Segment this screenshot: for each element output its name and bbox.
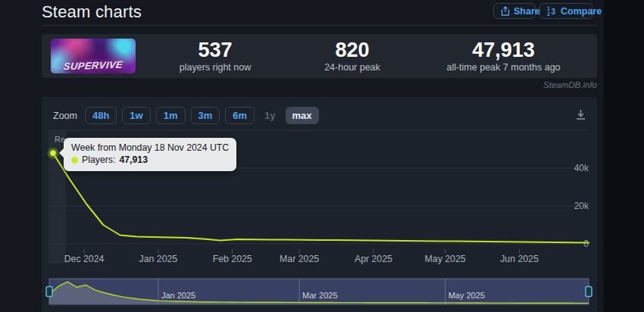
chart-panel: 40k20k0Dec 2024Jan 2025Feb 2025Mar 2025A…: [42, 97, 597, 312]
share-button-label: Share: [514, 6, 540, 17]
download-icon[interactable]: [574, 108, 588, 122]
y-axis-labels: 40k20k0: [574, 163, 589, 249]
x-axis-label: Dec 2024: [64, 254, 105, 264]
stat-label: players right now: [180, 62, 252, 73]
compare-button-label: Compare: [561, 6, 602, 17]
stat-value: 537: [198, 39, 232, 61]
stat-label: all-time peak 7 months ago: [446, 62, 560, 73]
page-title: Steam charts: [42, 2, 142, 22]
stats-panel: SUPERVIVE 537 players right now 820 24-h…: [42, 34, 597, 78]
zoom-label: Zoom: [53, 111, 77, 121]
header-divider: [42, 25, 597, 26]
game-capsule[interactable]: SUPERVIVE: [51, 39, 136, 73]
share-icon: [501, 6, 510, 16]
navigator-handle-left[interactable]: [46, 287, 52, 297]
steamdb-watermark: SteamDB.info: [543, 80, 597, 89]
x-axis-label: Mar 2025: [280, 254, 319, 264]
steamdb-charts-screen: Steam charts Share 123 Compare SUPERVIVE…: [0, 0, 644, 312]
page-background: Steam charts Share 123 Compare SUPERVIVE…: [0, 0, 604, 312]
x-axis-label: Feb 2025: [213, 254, 252, 264]
tooltip-title: Week from Monday 18 Nov 2024 UTC: [71, 142, 229, 154]
chart-tooltip: Week from Monday 18 Nov 2024 UTC Players…: [64, 138, 236, 171]
series-color-dot: [71, 157, 78, 164]
hover-marker: [50, 150, 56, 156]
y-axis-label: 0: [583, 239, 589, 249]
range-button-max[interactable]: max: [286, 107, 319, 124]
share-button[interactable]: Share: [493, 3, 536, 19]
stat-alltime-peak: 47,913 all-time peak 7 months ago: [410, 39, 597, 73]
x-axis-label: Apr 2025: [355, 254, 392, 264]
navigator-label: May 2025: [449, 291, 485, 300]
tooltip-series-label: Players:: [82, 154, 115, 167]
tooltip-series-row: Players: 47,913: [71, 154, 229, 167]
stat-value: 820: [335, 39, 369, 61]
y-axis-label: 20k: [574, 201, 589, 211]
stat-players-now: 537 players right now: [136, 39, 295, 73]
range-buttons: 48h1w1m3m6m1ymax: [85, 107, 324, 124]
range-button-6m[interactable]: 6m: [225, 107, 255, 124]
navigator: Jan 2025Mar 2025May 2025: [46, 279, 592, 304]
x-axis-label: May 2025: [425, 254, 466, 264]
range-button-48h[interactable]: 48h: [85, 107, 117, 124]
x-axis: Dec 2024Jan 2025Feb 2025Mar 2025Apr 2025…: [64, 249, 539, 264]
tooltip-value: 47,913: [119, 154, 148, 167]
x-axis-label: Jan 2025: [139, 254, 178, 264]
stat-label: 24-hour peak: [324, 62, 380, 73]
compare-icon: 123: [547, 6, 557, 16]
compare-button[interactable]: 123 Compare: [539, 3, 592, 19]
navigator-handle-right[interactable]: [586, 287, 592, 297]
range-button-1y: 1y: [260, 107, 280, 124]
range-button-1w[interactable]: 1w: [122, 107, 150, 124]
navigator-label: Mar 2025: [302, 291, 337, 300]
zoom-toolbar: Zoom 48h1w1m3m6m1ymax: [53, 107, 324, 124]
svg-text:1: 1: [547, 6, 550, 11]
svg-text:2: 2: [547, 11, 550, 16]
range-button-3m[interactable]: 3m: [191, 107, 220, 124]
main-chart-svg: 40k20k0Dec 2024Jan 2025Feb 2025Mar 2025A…: [42, 97, 597, 312]
y-axis-label: 40k: [574, 163, 589, 173]
svg-text:3: 3: [552, 8, 556, 16]
x-axis-label: Jun 2025: [500, 254, 539, 264]
range-button-1m[interactable]: 1m: [156, 107, 186, 124]
navigator-label: Jan 2025: [161, 291, 195, 300]
stat-24h-peak: 820 24-hour peak: [295, 39, 410, 73]
stat-value: 47,913: [472, 39, 535, 61]
